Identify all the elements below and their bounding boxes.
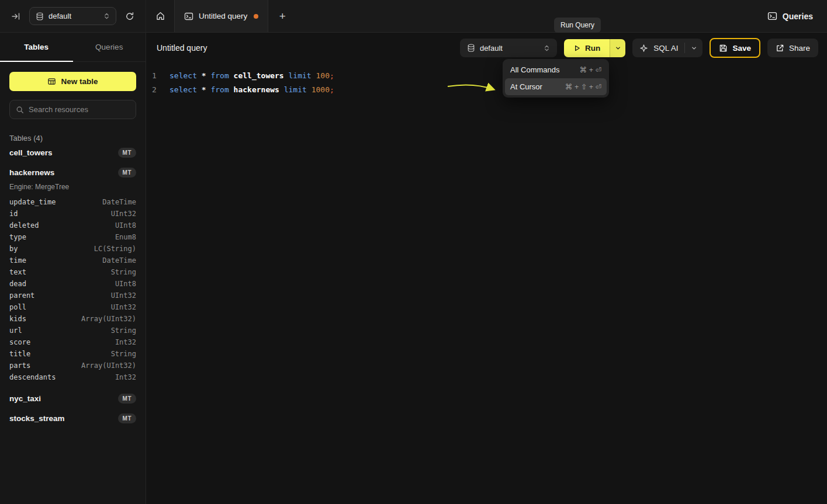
line-number: 2	[146, 83, 162, 97]
column-row[interactable]: parentUInt32	[9, 290, 136, 301]
new-table-button[interactable]: New table	[9, 72, 136, 91]
table-name: nyc_taxi	[9, 394, 41, 403]
search-resources-input[interactable]	[29, 105, 132, 114]
engine-badge: MT	[118, 413, 136, 423]
engine-badge: MT	[118, 148, 136, 158]
column-row[interactable]: kidsArray(UInt32)	[9, 313, 136, 325]
code-token: *	[202, 71, 211, 80]
column-list: update_timeDateTimeidUInt32deletedUInt8t…	[9, 196, 136, 383]
query-tab-icon	[184, 12, 193, 21]
sidebar-tab-tables-label: Tables	[24, 43, 49, 51]
refresh-button[interactable]	[122, 9, 137, 24]
topbar-database-selector[interactable]: default	[29, 7, 116, 25]
sql-editor[interactable]: 1select * from cell_towers limit 100;2se…	[146, 63, 827, 97]
code-token: 100	[316, 71, 329, 80]
code-line[interactable]: 2select * from hackernews limit 1000;	[146, 83, 827, 97]
column-name: kids	[9, 315, 26, 323]
table-name: cell_towers	[9, 148, 53, 157]
search-resources-box	[9, 100, 136, 119]
code-text: select * from cell_towers limit 100;	[162, 69, 334, 83]
column-row[interactable]: titleString	[9, 348, 136, 360]
plus-icon: +	[279, 10, 286, 23]
column-type: LC(String)	[94, 245, 136, 253]
column-name: url	[9, 326, 22, 335]
table-name: hackernews	[9, 168, 54, 177]
database-icon	[467, 44, 475, 52]
table-row-cell-towers[interactable]: cell_towers MT	[9, 143, 136, 162]
code-text: select * from hackernews limit 1000;	[162, 83, 334, 97]
top-bar: default Untitled query +	[0, 0, 827, 33]
save-button[interactable]: Save	[710, 38, 760, 58]
run-button-label: Run	[585, 44, 600, 53]
column-row[interactable]: partsArray(UInt32)	[9, 360, 136, 371]
code-token: from	[210, 85, 233, 94]
run-options-button[interactable]	[610, 39, 625, 57]
home-button[interactable]	[146, 0, 174, 32]
column-row[interactable]: scoreInt32	[9, 336, 136, 348]
engine-badge: MT	[118, 394, 136, 404]
code-token: 1000	[312, 85, 330, 94]
column-row[interactable]: deletedUInt8	[9, 220, 136, 231]
menu-item-at-cursor[interactable]: At Cursor ⌘ + ⇧ + ⏎	[505, 78, 607, 95]
column-row[interactable]: idUInt32	[9, 208, 136, 220]
main-database-selector[interactable]: default	[460, 39, 557, 57]
run-split-button: Run	[564, 39, 625, 57]
table-row-stocks-stream[interactable]: stocks_stream MT	[9, 409, 136, 428]
column-type: UInt8	[115, 280, 136, 288]
unsaved-indicator-dot	[254, 14, 258, 19]
new-tab-button[interactable]: +	[268, 0, 296, 32]
menu-item-all-commands[interactable]: All Commands ⌘ + ⏎	[505, 61, 607, 78]
menu-item-label: At Cursor	[510, 82, 542, 91]
column-row[interactable]: textString	[9, 266, 136, 278]
column-row[interactable]: descendantsInt32	[9, 371, 136, 383]
sql-ai-icon	[639, 44, 648, 53]
column-row[interactable]: byLC(String)	[9, 243, 136, 255]
column-type: DateTime	[102, 256, 136, 265]
code-token: cell_towers	[234, 71, 289, 80]
code-token: hackernews	[234, 85, 284, 94]
database-icon	[36, 12, 44, 20]
column-row[interactable]: update_timeDateTime	[9, 196, 136, 208]
tables-section-header: Tables (4)	[9, 134, 136, 142]
sql-ai-button[interactable]: SQL AI	[632, 39, 703, 57]
table-engine-label: Engine: MergeTree	[9, 183, 136, 191]
column-row[interactable]: deadUInt8	[9, 278, 136, 290]
column-row[interactable]: pollUInt32	[9, 301, 136, 313]
tab-untitled-query[interactable]: Untitled query	[174, 0, 268, 32]
search-icon	[16, 106, 24, 114]
run-query-tooltip: Run Query	[554, 18, 601, 33]
run-button[interactable]: Run	[564, 39, 610, 57]
table-row-hackernews[interactable]: hackernews MT	[9, 163, 136, 182]
save-button-label: Save	[732, 44, 751, 53]
column-type: UInt32	[111, 210, 136, 218]
sidebar-body: New table Tables (4) cell_towers MT hack…	[0, 62, 146, 504]
sidebar-tab-queries[interactable]: Queries	[73, 33, 146, 61]
code-line[interactable]: 1select * from cell_towers limit 100;	[146, 69, 827, 83]
column-row[interactable]: typeEnum8	[9, 231, 136, 243]
share-button[interactable]: Share	[767, 39, 818, 57]
table-grid-icon	[47, 77, 56, 86]
queries-button[interactable]: Queries	[767, 11, 813, 21]
column-type: String	[111, 326, 136, 335]
query-header: Untitled query default Run	[146, 33, 827, 63]
sidebar-tab-tables[interactable]: Tables	[0, 33, 73, 61]
code-lines: 1select * from cell_towers limit 100;2se…	[146, 69, 827, 97]
column-type: Array(UInt32)	[81, 362, 136, 370]
column-type: UInt32	[111, 303, 136, 311]
menu-item-label: All Commands	[510, 65, 560, 74]
sidebar-tab-queries-label: Queries	[95, 43, 123, 51]
column-row[interactable]: urlString	[9, 325, 136, 336]
column-type: UInt8	[115, 221, 136, 230]
column-type: Int32	[115, 373, 136, 381]
line-number: 1	[146, 69, 162, 83]
run-options-menu: All Commands ⌘ + ⏎ At Cursor ⌘ + ⇧ + ⏎	[503, 59, 609, 98]
main-database-label: default	[480, 44, 503, 53]
column-row[interactable]: timeDateTime	[9, 255, 136, 266]
table-row-nyc-taxi[interactable]: nyc_taxi MT	[9, 389, 136, 408]
collapse-sidebar-button[interactable]	[8, 9, 23, 24]
tab-label: Untitled query	[199, 12, 247, 20]
collapse-sidebar-icon	[11, 12, 20, 21]
engine-badge: MT	[118, 168, 136, 178]
tab-strip: Untitled query +	[146, 0, 296, 32]
query-controls: default Run	[460, 38, 818, 58]
